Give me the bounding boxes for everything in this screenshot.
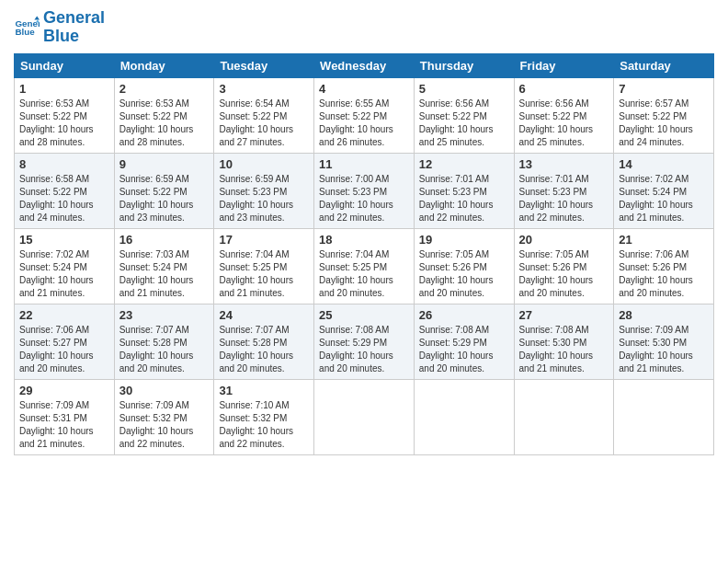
- day-info: Sunrise: 6:53 AM Sunset: 5:22 PM Dayligh…: [119, 98, 210, 149]
- day-info: Sunrise: 7:09 AM Sunset: 5:30 PM Dayligh…: [619, 324, 709, 375]
- day-number: 30: [119, 384, 210, 397]
- calendar-cell: 2Sunrise: 6:53 AM Sunset: 5:22 PM Daylig…: [114, 77, 214, 153]
- calendar-cell: 23Sunrise: 7:07 AM Sunset: 5:28 PM Dayli…: [114, 304, 214, 379]
- day-number: 11: [319, 157, 409, 171]
- day-header-friday: Friday: [514, 53, 614, 77]
- day-info: Sunrise: 7:04 AM Sunset: 5:25 PM Dayligh…: [319, 248, 409, 300]
- calendar-cell: 15Sunrise: 7:02 AM Sunset: 5:24 PM Dayli…: [15, 228, 115, 304]
- day-info: Sunrise: 7:07 AM Sunset: 5:28 PM Dayligh…: [119, 324, 210, 375]
- calendar-header-row: SundayMondayTuesdayWednesdayThursdayFrid…: [15, 53, 714, 77]
- page: General Blue General Blue SundayMondayTu…: [0, 0, 728, 465]
- calendar-cell: 8Sunrise: 6:58 AM Sunset: 5:22 PM Daylig…: [15, 153, 115, 228]
- logo: General Blue General Blue: [14, 9, 105, 46]
- day-number: 16: [119, 233, 210, 247]
- day-header-wednesday: Wednesday: [314, 53, 415, 77]
- header: General Blue General Blue: [14, 9, 714, 46]
- day-info: Sunrise: 7:06 AM Sunset: 5:26 PM Dayligh…: [619, 248, 709, 300]
- day-info: Sunrise: 6:57 AM Sunset: 5:22 PM Dayligh…: [619, 98, 709, 149]
- day-number: 18: [319, 233, 409, 247]
- day-info: Sunrise: 6:59 AM Sunset: 5:22 PM Dayligh…: [119, 173, 210, 224]
- calendar-week-3: 15Sunrise: 7:02 AM Sunset: 5:24 PM Dayli…: [15, 228, 714, 304]
- calendar-cell: 19Sunrise: 7:05 AM Sunset: 5:26 PM Dayli…: [414, 228, 514, 304]
- day-number: 29: [19, 384, 109, 397]
- day-number: 8: [19, 157, 109, 171]
- day-info: Sunrise: 7:09 AM Sunset: 5:31 PM Dayligh…: [19, 399, 109, 451]
- day-info: Sunrise: 7:05 AM Sunset: 5:26 PM Dayligh…: [519, 248, 609, 300]
- day-info: Sunrise: 7:01 AM Sunset: 5:23 PM Dayligh…: [519, 173, 609, 224]
- calendar-cell: [514, 379, 614, 454]
- calendar-cell: 14Sunrise: 7:02 AM Sunset: 5:24 PM Dayli…: [614, 153, 714, 228]
- day-info: Sunrise: 7:07 AM Sunset: 5:28 PM Dayligh…: [219, 324, 309, 375]
- calendar-week-5: 29Sunrise: 7:09 AM Sunset: 5:31 PM Dayli…: [15, 379, 714, 454]
- day-info: Sunrise: 6:55 AM Sunset: 5:22 PM Dayligh…: [319, 98, 409, 149]
- calendar-table: SundayMondayTuesdayWednesdayThursdayFrid…: [14, 53, 714, 455]
- calendar-cell: 24Sunrise: 7:07 AM Sunset: 5:28 PM Dayli…: [214, 304, 314, 379]
- day-number: 3: [219, 82, 309, 96]
- day-number: 13: [519, 157, 609, 171]
- day-info: Sunrise: 6:58 AM Sunset: 5:22 PM Dayligh…: [19, 173, 109, 224]
- day-number: 31: [219, 384, 309, 397]
- logo-icon: General Blue: [14, 15, 40, 40]
- calendar-cell: 12Sunrise: 7:01 AM Sunset: 5:23 PM Dayli…: [414, 153, 514, 228]
- day-number: 2: [119, 82, 210, 96]
- day-number: 1: [19, 82, 109, 96]
- calendar-cell: 22Sunrise: 7:06 AM Sunset: 5:27 PM Dayli…: [15, 304, 115, 379]
- day-number: 4: [319, 82, 409, 96]
- day-number: 7: [619, 82, 709, 96]
- day-number: 12: [419, 157, 509, 171]
- calendar-cell: 29Sunrise: 7:09 AM Sunset: 5:31 PM Dayli…: [15, 379, 115, 454]
- calendar-cell: 7Sunrise: 6:57 AM Sunset: 5:22 PM Daylig…: [614, 77, 714, 153]
- calendar-cell: 18Sunrise: 7:04 AM Sunset: 5:25 PM Dayli…: [314, 228, 415, 304]
- calendar-cell: [314, 379, 415, 454]
- calendar-cell: 30Sunrise: 7:09 AM Sunset: 5:32 PM Dayli…: [114, 379, 214, 454]
- calendar-cell: 1Sunrise: 6:53 AM Sunset: 5:22 PM Daylig…: [15, 77, 115, 153]
- day-number: 20: [519, 233, 609, 247]
- day-number: 21: [619, 233, 709, 247]
- calendar-cell: 20Sunrise: 7:05 AM Sunset: 5:26 PM Dayli…: [514, 228, 614, 304]
- day-info: Sunrise: 7:02 AM Sunset: 5:24 PM Dayligh…: [619, 173, 709, 224]
- day-number: 22: [19, 308, 109, 322]
- day-number: 26: [419, 308, 509, 322]
- day-info: Sunrise: 7:06 AM Sunset: 5:27 PM Dayligh…: [19, 324, 109, 375]
- day-info: Sunrise: 6:53 AM Sunset: 5:22 PM Dayligh…: [19, 98, 109, 149]
- day-info: Sunrise: 7:08 AM Sunset: 5:29 PM Dayligh…: [319, 324, 409, 375]
- day-header-thursday: Thursday: [414, 53, 514, 77]
- day-header-saturday: Saturday: [614, 53, 714, 77]
- day-info: Sunrise: 7:09 AM Sunset: 5:32 PM Dayligh…: [119, 399, 210, 451]
- day-info: Sunrise: 6:56 AM Sunset: 5:22 PM Dayligh…: [519, 98, 609, 149]
- day-info: Sunrise: 7:01 AM Sunset: 5:23 PM Dayligh…: [419, 173, 509, 224]
- day-info: Sunrise: 6:56 AM Sunset: 5:22 PM Dayligh…: [419, 98, 509, 149]
- day-info: Sunrise: 7:00 AM Sunset: 5:23 PM Dayligh…: [319, 173, 409, 224]
- calendar-cell: 3Sunrise: 6:54 AM Sunset: 5:22 PM Daylig…: [214, 77, 314, 153]
- calendar-cell: 9Sunrise: 6:59 AM Sunset: 5:22 PM Daylig…: [114, 153, 214, 228]
- calendar-cell: 13Sunrise: 7:01 AM Sunset: 5:23 PM Dayli…: [514, 153, 614, 228]
- day-info: Sunrise: 6:59 AM Sunset: 5:23 PM Dayligh…: [219, 173, 309, 224]
- day-number: 17: [219, 233, 309, 247]
- calendar-cell: 11Sunrise: 7:00 AM Sunset: 5:23 PM Dayli…: [314, 153, 415, 228]
- calendar-cell: 26Sunrise: 7:08 AM Sunset: 5:29 PM Dayli…: [414, 304, 514, 379]
- logo-text-line2: Blue: [43, 28, 105, 46]
- calendar-body: 1Sunrise: 6:53 AM Sunset: 5:22 PM Daylig…: [15, 77, 714, 454]
- calendar-cell: 27Sunrise: 7:08 AM Sunset: 5:30 PM Dayli…: [514, 304, 614, 379]
- day-info: Sunrise: 7:03 AM Sunset: 5:24 PM Dayligh…: [119, 248, 210, 300]
- day-number: 23: [119, 308, 210, 322]
- day-number: 27: [519, 308, 609, 322]
- day-number: 6: [519, 82, 609, 96]
- calendar-cell: 28Sunrise: 7:09 AM Sunset: 5:30 PM Dayli…: [614, 304, 714, 379]
- day-header-sunday: Sunday: [15, 53, 115, 77]
- day-number: 10: [219, 157, 309, 171]
- day-info: Sunrise: 7:04 AM Sunset: 5:25 PM Dayligh…: [219, 248, 309, 300]
- calendar-cell: [414, 379, 514, 454]
- day-header-monday: Monday: [114, 53, 214, 77]
- day-number: 9: [119, 157, 210, 171]
- day-info: Sunrise: 7:02 AM Sunset: 5:24 PM Dayligh…: [19, 248, 109, 300]
- calendar-week-1: 1Sunrise: 6:53 AM Sunset: 5:22 PM Daylig…: [15, 77, 714, 153]
- calendar-week-2: 8Sunrise: 6:58 AM Sunset: 5:22 PM Daylig…: [15, 153, 714, 228]
- day-number: 19: [419, 233, 509, 247]
- day-number: 24: [219, 308, 309, 322]
- day-number: 25: [319, 308, 409, 322]
- calendar-cell: 16Sunrise: 7:03 AM Sunset: 5:24 PM Dayli…: [114, 228, 214, 304]
- calendar-cell: 10Sunrise: 6:59 AM Sunset: 5:23 PM Dayli…: [214, 153, 314, 228]
- day-number: 28: [619, 308, 709, 322]
- day-header-tuesday: Tuesday: [214, 53, 314, 77]
